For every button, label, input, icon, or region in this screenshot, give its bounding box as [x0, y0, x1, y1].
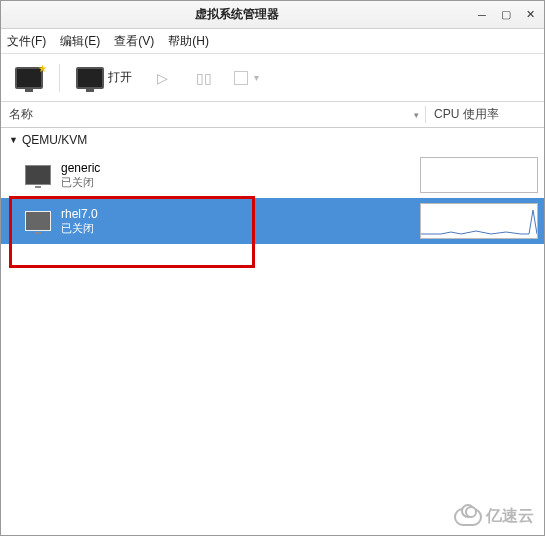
menu-help[interactable]: 帮助(H)	[168, 33, 209, 50]
chevron-down-icon: ▾	[254, 72, 259, 83]
menubar: 文件(F) 编辑(E) 查看(V) 帮助(H)	[1, 29, 544, 54]
column-header-row: 名称 ▾ CPU 使用率	[1, 102, 544, 128]
cpu-graph	[420, 157, 538, 193]
open-vm-button[interactable]: 打开	[70, 63, 138, 93]
pause-icon: ▯▯	[192, 70, 216, 86]
window-title: 虚拟系统管理器	[7, 6, 466, 23]
open-label: 打开	[108, 69, 132, 86]
vm-status: 已关闭	[61, 176, 100, 189]
vm-tree: ▼ QEMU/KVM generic 已关闭 rhel7.0 已关闭	[1, 128, 544, 244]
shutdown-button[interactable]: ▾	[228, 67, 265, 89]
disclosure-triangle-icon[interactable]: ▼	[9, 135, 18, 145]
cloud-icon	[454, 508, 482, 526]
vm-name: generic	[61, 161, 100, 175]
stop-icon	[234, 71, 248, 85]
column-name-label: 名称	[9, 106, 33, 123]
pause-button[interactable]: ▯▯	[186, 66, 222, 90]
vm-row-rhel7[interactable]: rhel7.0 已关闭	[1, 198, 544, 244]
new-vm-button[interactable]	[9, 63, 49, 93]
menu-edit[interactable]: 编辑(E)	[60, 33, 100, 50]
column-cpu-label: CPU 使用率	[434, 107, 499, 121]
connection-label: QEMU/KVM	[22, 133, 87, 147]
monitor-icon	[76, 67, 104, 89]
menu-file[interactable]: 文件(F)	[7, 33, 46, 50]
menu-view[interactable]: 查看(V)	[114, 33, 154, 50]
vm-name: rhel7.0	[61, 207, 98, 221]
watermark: 亿速云	[454, 506, 534, 527]
column-cpu[interactable]: CPU 使用率	[426, 106, 544, 123]
connection-row[interactable]: ▼ QEMU/KVM	[1, 128, 544, 152]
close-button[interactable]: ✕	[522, 7, 538, 23]
sort-indicator-icon: ▾	[414, 110, 419, 120]
run-button[interactable]: ▷	[144, 66, 180, 90]
cpu-graph	[420, 203, 538, 239]
minimize-button[interactable]: ─	[474, 7, 490, 23]
column-name[interactable]: 名称 ▾	[1, 106, 426, 123]
vm-row-generic[interactable]: generic 已关闭	[1, 152, 544, 198]
cpu-sparkline	[421, 204, 537, 238]
watermark-text: 亿速云	[486, 506, 534, 527]
toolbar: 打开 ▷ ▯▯ ▾	[1, 54, 544, 102]
vm-icon	[25, 165, 51, 185]
titlebar: 虚拟系统管理器 ─ ▢ ✕	[1, 1, 544, 29]
new-vm-icon	[15, 67, 43, 89]
separator	[59, 64, 60, 92]
vm-icon	[25, 211, 51, 231]
vm-status: 已关闭	[61, 222, 98, 235]
play-icon: ▷	[150, 70, 174, 86]
maximize-button[interactable]: ▢	[498, 7, 514, 23]
